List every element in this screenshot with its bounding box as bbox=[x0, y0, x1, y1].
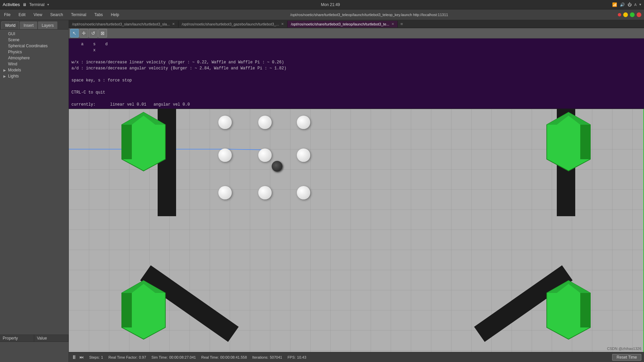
sim-time-value: 00:00:08:27.041 bbox=[169, 355, 196, 359]
term-tab-slam[interactable]: /opt/ros/noetic/share/turtlebot3_slam/la… bbox=[69, 21, 178, 27]
rtf-label: Real Time Factor: bbox=[108, 355, 138, 359]
sphere-low-2 bbox=[258, 186, 272, 199]
iterations-label: Iterations: bbox=[252, 355, 268, 359]
terminal-dropdown-arrow[interactable]: ▾ bbox=[47, 3, 49, 6]
rotate-tool[interactable]: ↺ bbox=[89, 29, 98, 38]
real-time-indicator: Real Time: 00:00:08:41.558 bbox=[201, 355, 247, 359]
svg-marker-4 bbox=[122, 125, 132, 159]
term-tab-gazebo-close[interactable]: ✕ bbox=[281, 22, 284, 26]
activities-button[interactable]: Activities bbox=[3, 2, 20, 7]
term-tab-gazebo-label: /opt/ros/noetic/share/turtlebot3_gazebo/… bbox=[182, 22, 279, 26]
tree-label-gui: GUI bbox=[8, 32, 15, 36]
term-line bbox=[71, 53, 641, 59]
tree-expand-wind bbox=[3, 62, 7, 66]
term-tab-menu[interactable]: ≡ bbox=[398, 20, 406, 28]
tab-layers[interactable]: Layers bbox=[38, 21, 57, 29]
tree-item-atmosphere[interactable]: Atmosphere bbox=[0, 55, 68, 61]
rtf-value: 0.97 bbox=[139, 355, 146, 359]
tab-world[interactable]: World bbox=[1, 21, 19, 29]
property-column-header: Property bbox=[0, 335, 34, 342]
sphere-mid-3 bbox=[297, 148, 310, 162]
menu-search[interactable]: Search bbox=[49, 12, 64, 18]
terminal-label[interactable]: Terminal bbox=[29, 2, 44, 7]
realtime-factor-indicator: Real Time Factor: 0.97 bbox=[108, 355, 146, 359]
svg-marker-13 bbox=[580, 293, 590, 327]
tree-expand-scene bbox=[3, 38, 7, 42]
select-tool[interactable]: ↖ bbox=[70, 29, 79, 38]
sphere-low-3 bbox=[297, 186, 310, 199]
menu-terminal[interactable]: Terminal bbox=[70, 12, 88, 18]
sphere-top-1 bbox=[218, 116, 232, 129]
term-line: a/d : increase/decrease angular velocity… bbox=[71, 65, 641, 71]
pause-button[interactable]: ⏸ bbox=[71, 354, 77, 360]
tree-label-spherical: Spherical Coordinates bbox=[8, 44, 48, 48]
term-tab-teleop-label: /opt/ros/noetic/share/turtlebot3_teleop/… bbox=[291, 22, 389, 26]
iterations-value: 507041 bbox=[270, 355, 282, 359]
sphere-mid-2 bbox=[258, 148, 272, 162]
tree-expand-lights: ▶ bbox=[3, 74, 7, 78]
tree-item-scene[interactable]: Scene bbox=[0, 37, 68, 43]
tab-insert[interactable]: Insert bbox=[20, 21, 37, 29]
term-line bbox=[71, 96, 641, 102]
term-line bbox=[71, 71, 641, 77]
green-box-left-bottom bbox=[118, 277, 169, 345]
svg-marker-10 bbox=[122, 293, 132, 327]
terminal-app-icon: 🖥 bbox=[22, 2, 26, 7]
menu-tabs[interactable]: Tabs bbox=[93, 12, 104, 18]
term-line: space key, s : force stop bbox=[71, 77, 641, 83]
menu-edit[interactable]: Edit bbox=[17, 12, 27, 18]
tree-item-physics[interactable]: Physics bbox=[0, 49, 68, 55]
watermark: CSDN @zhihao1326 bbox=[607, 347, 641, 351]
sphere-mid-1 bbox=[218, 148, 232, 162]
tree-item-models[interactable]: ▶ Models bbox=[0, 67, 68, 73]
menu-help[interactable]: Help bbox=[110, 12, 121, 18]
sim-time-label: Sim Time: bbox=[152, 355, 168, 359]
terminal-output: a s d x w/x : increase/decrease linear v… bbox=[69, 39, 644, 109]
term-tab-teleop[interactable]: /opt/ros/noetic/share/turtlebot3_teleop/… bbox=[287, 21, 398, 27]
gazebo-viewport[interactable]: CSDN @zhihao1326 bbox=[69, 109, 644, 352]
sphere-top-3 bbox=[297, 116, 310, 129]
term-line: w/x : increase/decrease linear velocity … bbox=[71, 59, 641, 65]
tree-expand-gui bbox=[3, 32, 7, 36]
green-box-right-top bbox=[543, 109, 594, 177]
window-title: /opt/ros/noetic/share/turtlebot3_teleop/… bbox=[290, 13, 448, 17]
term-line: currently: linear vel 0.01 angular vel 0… bbox=[71, 102, 641, 108]
scale-tool[interactable]: ⊠ bbox=[98, 29, 107, 38]
term-tab-teleop-close[interactable]: ✕ bbox=[391, 22, 394, 26]
minimize-button[interactable] bbox=[623, 12, 628, 17]
menu-file[interactable]: File bbox=[3, 12, 12, 18]
close-button[interactable] bbox=[637, 12, 641, 17]
real-time-value: 00:00:08:41.558 bbox=[220, 355, 247, 359]
svg-marker-7 bbox=[580, 125, 590, 159]
tree-item-lights[interactable]: ▶ Lights bbox=[0, 73, 68, 79]
system-time: Mon 21:49 bbox=[321, 2, 340, 7]
menu-view[interactable]: View bbox=[32, 12, 44, 18]
term-tab-slam-close[interactable]: ✕ bbox=[172, 22, 175, 26]
sound-icon: 🔊 bbox=[620, 2, 625, 7]
steps-indicator: Steps: 1 bbox=[89, 355, 103, 359]
fps-indicator: FPS: 10.43 bbox=[287, 355, 306, 359]
step-button[interactable]: ⏭ bbox=[79, 355, 84, 360]
robot bbox=[272, 161, 282, 172]
steps-label: Steps: bbox=[89, 355, 100, 359]
network-icon: 📶 bbox=[612, 2, 617, 7]
power-icon: ⏻ bbox=[628, 2, 632, 7]
tree-expand-physics bbox=[3, 50, 7, 54]
tree-item-gui[interactable]: GUI bbox=[0, 31, 68, 37]
tree-label-wind: Wind bbox=[8, 62, 17, 66]
tree-label-physics: Physics bbox=[8, 50, 22, 54]
lang-icon: A bbox=[634, 3, 637, 7]
sim-time-indicator: Sim Time: 00:00:08:27.041 bbox=[152, 355, 196, 359]
term-tab-gazebo[interactable]: /opt/ros/noetic/share/turtlebot3_gazebo/… bbox=[178, 21, 287, 27]
tree-item-spherical[interactable]: Spherical Coordinates bbox=[0, 43, 68, 49]
value-column-header: Value bbox=[34, 335, 68, 342]
translate-tool[interactable]: ✛ bbox=[79, 29, 88, 38]
red-indicator bbox=[618, 13, 621, 16]
reset-time-button[interactable]: Reset Time bbox=[612, 354, 641, 361]
tree-item-wind[interactable]: Wind bbox=[0, 61, 68, 67]
term-line: x bbox=[71, 47, 641, 53]
maximize-button[interactable] bbox=[630, 12, 635, 17]
sphere-top-2 bbox=[258, 116, 272, 129]
tree-label-atmosphere: Atmosphere bbox=[8, 56, 30, 60]
tree-expand-spherical bbox=[3, 44, 7, 48]
